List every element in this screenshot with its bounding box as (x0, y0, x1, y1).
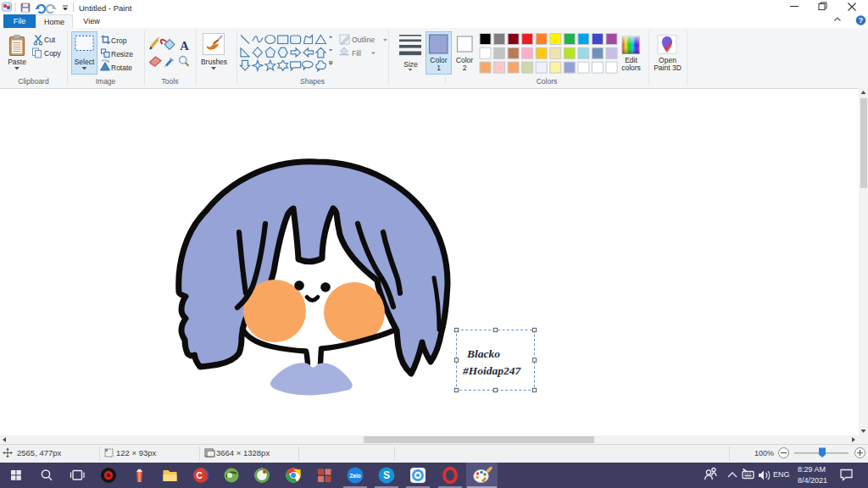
svg-text:C: C (196, 471, 202, 480)
svg-text:Blacko: Blacko (466, 347, 500, 360)
svg-text:?: ? (859, 16, 864, 25)
svg-text:#Hoidap247: #Hoidap247 (462, 364, 522, 377)
svg-text:S: S (383, 469, 390, 481)
svg-text:A: A (180, 39, 189, 53)
svg-text:Zalo: Zalo (349, 473, 360, 479)
